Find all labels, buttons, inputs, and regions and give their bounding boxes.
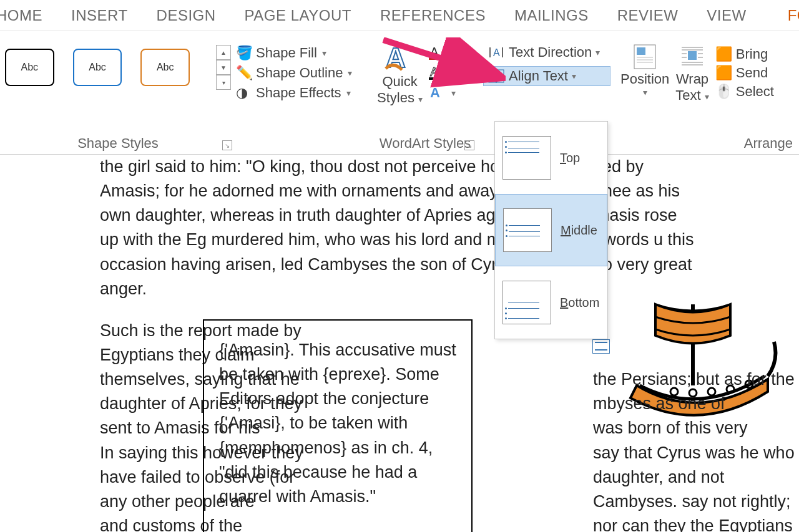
align-top-option[interactable]: Top bbox=[495, 122, 607, 194]
tab-format[interactable]: FORMAT bbox=[788, 7, 799, 24]
align-bottom-option[interactable]: Bottom bbox=[495, 266, 607, 339]
tab-review[interactable]: REVIEW bbox=[617, 7, 679, 24]
tab-page-layout[interactable]: PAGE LAYOUT bbox=[245, 7, 351, 24]
align-bottom-icon bbox=[502, 281, 551, 324]
svg-line-30 bbox=[383, 40, 493, 75]
shape-style-thumb-1[interactable]: Abc bbox=[5, 49, 54, 86]
bring-forward-icon: 🟧 bbox=[715, 46, 732, 62]
inserted-text-box[interactable]: {'Amasin}. This accusative must be taken… bbox=[203, 319, 473, 532]
tab-view[interactable]: VIEW bbox=[707, 7, 746, 24]
send-backward-icon: 🟧 bbox=[715, 65, 732, 81]
gallery-spinner[interactable]: ▲▼▾ bbox=[216, 45, 231, 90]
tab-insert[interactable]: INSERT bbox=[71, 7, 128, 24]
ribbon-tabs: HOME INSERT DESIGN PAGE LAYOUT REFERENCE… bbox=[0, 0, 799, 31]
chevron-down-icon: ▾ bbox=[346, 88, 351, 98]
bring-forward-button[interactable]: 🟧Bring bbox=[715, 46, 774, 62]
tab-mailings[interactable]: MAILINGS bbox=[514, 7, 589, 24]
group-label-arrange: Arrange bbox=[744, 135, 793, 152]
chevron-down-icon: ▾ bbox=[348, 68, 352, 78]
align-middle-icon bbox=[503, 208, 552, 252]
shape-style-gallery[interactable]: Abc Abc Abc ▲▼▾ bbox=[5, 36, 231, 90]
shape-styles-launcher-icon[interactable]: ↘ bbox=[222, 140, 232, 150]
group-label-wordart: WordArt Styles bbox=[372, 135, 478, 152]
bucket-icon: 🪣 bbox=[236, 45, 251, 61]
wrap-text-icon bbox=[678, 42, 707, 71]
pen-icon: ✏️ bbox=[236, 65, 251, 81]
group-label-shape-styles: Shape Styles bbox=[0, 135, 236, 152]
tab-references[interactable]: REFERENCES bbox=[380, 7, 486, 24]
position-button[interactable]: Position▾ bbox=[620, 42, 669, 97]
svg-rect-16 bbox=[637, 47, 645, 55]
doc-column-right: the Persians; but as for the mbyses as o… bbox=[593, 319, 799, 532]
group-shape-styles: Abc Abc Abc ▲▼▾ Shape Styles ↘ bbox=[0, 31, 236, 154]
position-icon bbox=[630, 42, 659, 71]
shape-style-thumb-2[interactable]: Abc bbox=[73, 49, 122, 86]
svg-rect-20 bbox=[688, 51, 697, 60]
group-shape-tools: 🪣Shape Fill▾ ✏️Shape Outline▾ ◑Shape Eff… bbox=[236, 31, 372, 154]
layout-options-icon[interactable] bbox=[592, 339, 610, 354]
send-backward-button[interactable]: 🟧Send bbox=[715, 65, 774, 81]
shape-effects-button[interactable]: ◑Shape Effects▾ bbox=[236, 85, 367, 101]
shape-fill-button[interactable]: 🪣Shape Fill▾ bbox=[236, 45, 367, 61]
align-top-icon bbox=[502, 136, 551, 180]
selection-pane-button[interactable]: 🖱️Select bbox=[715, 84, 774, 100]
effects-icon: ◑ bbox=[236, 85, 251, 101]
tab-design[interactable]: DESIGN bbox=[157, 7, 216, 24]
align-middle-option[interactable]: Middle bbox=[495, 194, 607, 266]
group-arrange: Position▾ Wrap Text ▾ 🟧Bring 🟧Send 🖱️Sel… bbox=[615, 31, 799, 154]
align-text-dropdown: Top Middle Bottom bbox=[494, 121, 608, 339]
wrap-text-button[interactable]: Wrap Text ▾ bbox=[675, 42, 708, 104]
selection-pane-icon: 🖱️ bbox=[715, 84, 732, 100]
wordart-launcher-icon[interactable]: ↘ bbox=[464, 140, 474, 150]
document-canvas: the girl said to him: "O king, thou dost… bbox=[0, 155, 799, 532]
doc-paragraph-1: the girl said to him: "O king, thou dost… bbox=[100, 155, 699, 301]
shape-style-thumb-3[interactable]: Abc bbox=[140, 49, 190, 86]
annotation-arrow bbox=[381, 37, 506, 94]
tab-home[interactable]: HOME bbox=[0, 7, 42, 24]
chevron-down-icon: ▾ bbox=[322, 48, 326, 58]
shape-outline-button[interactable]: ✏️Shape Outline▾ bbox=[236, 65, 367, 81]
